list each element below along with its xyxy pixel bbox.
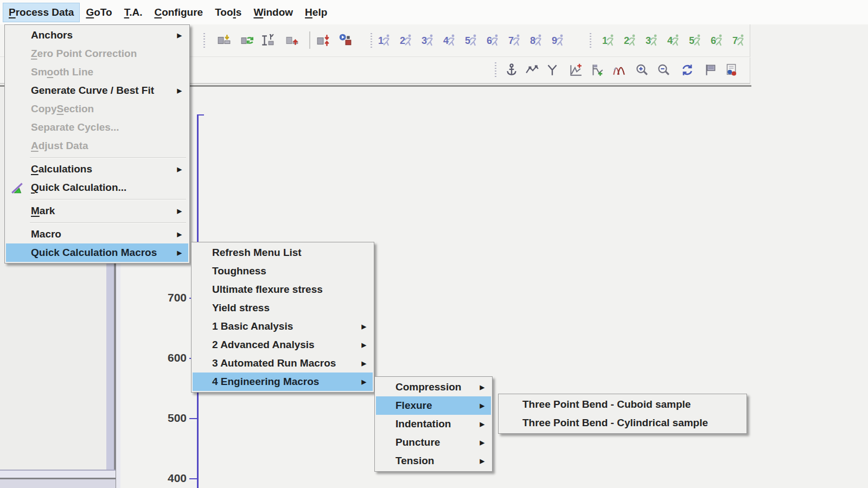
menu-item-toughness[interactable]: Toughness — [193, 262, 373, 280]
menubar-item-goto[interactable]: GoTo — [80, 3, 118, 22]
menu-item-label: Three Point Bend - Cuboid sample — [522, 399, 691, 410]
submenu-arrow-icon: ▶ — [170, 249, 182, 256]
macro-run-blue-4-icon[interactable]: 4 — [442, 32, 458, 48]
menu-item-macro[interactable]: Macro▶ — [6, 225, 188, 243]
menu-item-flexure[interactable]: Flexure▶ — [376, 396, 491, 415]
accelerator-key: Z — [31, 48, 37, 60]
macro-run-blue-8-icon[interactable]: 8 — [529, 32, 545, 48]
svg-text:2: 2 — [400, 35, 405, 46]
machine-height-calibration-icon[interactable] — [259, 32, 276, 48]
quick-calculation-macros-menu: Refresh Menu ListToughnessUltimate flexu… — [191, 242, 374, 393]
macro-run-blue-5-icon[interactable]: 5 — [464, 32, 480, 48]
submenu-arrow-icon: ▶ — [170, 87, 182, 94]
menu-item-label: 4 Engineering Macros — [212, 376, 319, 388]
menu-item-quick-calculation[interactable]: Quick Calculation... — [6, 178, 188, 197]
menu-item-generate-curve-best-fit[interactable]: Generate Curve / Best Fit▶ — [6, 81, 188, 100]
svg-text:1: 1 — [602, 35, 608, 46]
toolbar-grip[interactable] — [371, 33, 372, 48]
menubar-item-label: .A. — [129, 7, 142, 18]
macro-run-blue-9-icon[interactable]: 9 — [551, 32, 567, 48]
peak-marker-icon[interactable] — [567, 62, 584, 78]
menubar-item-label: s — [236, 7, 242, 18]
menu-item-yield-stress[interactable]: Yield stress — [193, 299, 373, 317]
menubar-item-window[interactable]: Window — [247, 3, 299, 22]
menubar-item-configure[interactable]: Configure — [148, 3, 209, 22]
submenu-arrow-icon: ▶ — [354, 360, 366, 367]
menu-item-3-automated-run-macros[interactable]: 3 Automated Run Macros▶ — [193, 354, 373, 373]
anchor-icon[interactable] — [503, 62, 520, 78]
zoom-in-icon[interactable] — [634, 62, 650, 78]
menu-item-label: Separate Cycles... — [31, 121, 119, 133]
accelerator-key: A — [31, 140, 39, 152]
threshold-marker-icon[interactable] — [589, 62, 605, 78]
menu-item-three-point-bend-cylindrical-sample[interactable]: Three Point Bend - Cylindrical sample — [500, 414, 745, 432]
accelerator-key: W — [253, 7, 263, 18]
panel-footer — [0, 479, 116, 488]
menu-item-label: Sm — [31, 66, 47, 78]
flag-icon[interactable] — [702, 62, 718, 78]
machine-return-icon[interactable] — [284, 32, 301, 48]
accelerator-key: M — [31, 205, 40, 217]
macro-run-green-5-icon[interactable]: 5 — [688, 32, 704, 48]
submenu-arrow-icon: ▶ — [170, 32, 182, 39]
macro-run-blue-2-icon[interactable]: 2 — [399, 32, 415, 48]
y-axis-label: 500 — [151, 412, 187, 425]
menu-item-puncture[interactable]: Puncture▶ — [376, 433, 491, 452]
menu-item-compression[interactable]: Compression▶ — [376, 378, 491, 396]
macro-run-blue-6-icon[interactable]: 6 — [486, 32, 502, 48]
menubar-item-t-a[interactable]: T.A. — [118, 3, 149, 22]
svg-text:7: 7 — [732, 35, 738, 46]
menu-item-ultimate-flexure-stress[interactable]: Ultimate flexure stress — [193, 280, 373, 299]
y-axis-label: 600 — [151, 351, 187, 364]
macro-run-blue-1-icon[interactable]: 1 — [377, 32, 393, 48]
engineering-macros-menu: Compression▶Flexure▶Indentation▶Puncture… — [374, 376, 493, 472]
machine-attach-icon[interactable] — [216, 32, 232, 48]
macro-run-green-1-icon[interactable]: 1 — [601, 32, 617, 48]
macro-run-blue-3-icon[interactable]: 3 — [420, 32, 437, 48]
menu-item-2-advanced-analysis[interactable]: 2 Advanced Analysis▶ — [193, 336, 373, 354]
menu-item-anchors[interactable]: Anchors▶ — [6, 26, 188, 44]
branch-icon[interactable] — [544, 62, 560, 78]
report-icon[interactable] — [723, 62, 739, 78]
menu-item-label: Three Point Bend - Cylindrical sample — [522, 417, 708, 429]
menubar-item-help[interactable]: Help — [299, 3, 333, 22]
machine-calibrate-icon[interactable] — [239, 32, 256, 48]
toolbar-grip[interactable] — [590, 33, 591, 48]
menu-item-label: Quick Calculation Macros — [31, 247, 157, 259]
menu-item-quick-calculation-macros[interactable]: Quick Calculation Macros▶ — [6, 243, 188, 262]
menubar-item-tools[interactable]: Tools — [209, 3, 247, 22]
y-axis-label: 700 — [151, 291, 187, 304]
accelerator-key: H — [305, 7, 312, 18]
svg-text:3: 3 — [422, 35, 427, 46]
menu-item-mark[interactable]: Mark▶ — [6, 202, 188, 220]
menu-item-adjust-data: Adjust Data — [6, 137, 188, 155]
compare-curves-icon[interactable] — [611, 62, 627, 78]
macro-run-green-4-icon[interactable]: 4 — [666, 32, 682, 48]
svg-text:9: 9 — [552, 35, 557, 46]
smooth-line-icon[interactable] — [524, 62, 540, 78]
menu-item-1-basic-analysis[interactable]: 1 Basic Analysis▶ — [193, 317, 373, 336]
zoom-out-icon[interactable] — [655, 62, 672, 78]
run-test-graph-icon[interactable] — [337, 32, 353, 48]
menubar-item-label: rocess Data — [16, 7, 74, 18]
macro-run-blue-7-icon[interactable]: 7 — [507, 32, 524, 48]
accelerator-key: G — [86, 7, 94, 18]
toolbar-grip[interactable] — [495, 62, 496, 78]
accelerator-key: P — [9, 7, 16, 18]
menu-item-tension[interactable]: Tension▶ — [376, 452, 491, 470]
menu-item-calculations[interactable]: Calculations▶ — [6, 160, 188, 178]
machine-run-updown-icon[interactable] — [315, 32, 331, 48]
refresh-icon[interactable] — [679, 62, 695, 78]
menu-item-indentation[interactable]: Indentation▶ — [376, 415, 491, 433]
macro-run-green-7-icon[interactable]: 7 — [731, 32, 748, 48]
submenu-arrow-icon: ▶ — [473, 439, 484, 446]
menubar-item-process-data[interactable]: Process Data — [3, 3, 80, 22]
menu-item-three-point-bend-cuboid-sample[interactable]: Three Point Bend - Cuboid sample — [500, 395, 745, 414]
macro-run-green-6-icon[interactable]: 6 — [710, 32, 726, 48]
svg-text:5: 5 — [689, 35, 694, 46]
macro-run-green-3-icon[interactable]: 3 — [644, 32, 661, 48]
menu-item-4-engineering-macros[interactable]: 4 Engineering Macros▶ — [193, 373, 373, 391]
toolbar-grip[interactable] — [203, 33, 205, 48]
menu-item-refresh-menu-list[interactable]: Refresh Menu List — [193, 243, 373, 262]
macro-run-green-2-icon[interactable]: 2 — [623, 32, 639, 48]
